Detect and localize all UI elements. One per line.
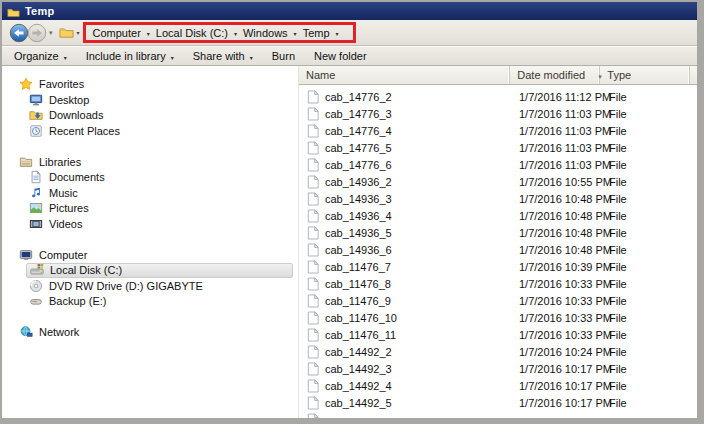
table-row[interactable]: cab_11476_111/7/2016 10:33 PMFile	[299, 326, 697, 343]
breadcrumb-segment[interactable]: Local Disk (C:)	[156, 27, 228, 39]
file-name: cab_14936_2	[325, 176, 392, 188]
file-name-cell: cab_14776_2	[299, 90, 511, 104]
chevron-down-icon[interactable]: ▾	[49, 29, 53, 37]
table-row[interactable]: cab_14492_51/7/2016 10:17 PMFile	[299, 394, 697, 411]
toolbar-button-burn[interactable]: Burn	[272, 50, 295, 62]
sidebar-section-network[interactable]: Network	[2, 324, 298, 340]
file-icon	[307, 328, 319, 342]
file-name: cab_11476_7	[325, 261, 391, 273]
breadcrumb-segment[interactable]: Temp	[303, 27, 330, 39]
breadcrumb-segment[interactable]: Computer	[93, 27, 141, 39]
file-name-cell: cab_14936_6	[299, 243, 511, 257]
forward-button[interactable]	[27, 23, 47, 43]
sidebar-item-documents[interactable]: Documents	[2, 170, 298, 186]
breadcrumb-arrow-icon[interactable]: ▾	[147, 30, 150, 37]
file-name-cell: cab_14492_5	[299, 396, 511, 410]
file-name: cab_14776_4	[325, 125, 392, 137]
file-name-cell: cab_14776_4	[299, 124, 511, 138]
table-row[interactable]: cab_14492_31/7/2016 10:17 PMFile	[299, 360, 697, 377]
sidebar-item-recent-places[interactable]: Recent Places	[2, 123, 298, 139]
toolbar-button-include-in-library[interactable]: Include in library▾	[86, 50, 174, 62]
downloads-icon	[29, 108, 43, 122]
sidebar-item-label: Backup (E:)	[49, 295, 106, 307]
videos-icon	[29, 217, 43, 231]
file-icon	[307, 311, 319, 325]
column-header-date-label: Date modified	[517, 69, 585, 81]
sidebar-item-label: Desktop	[49, 94, 89, 106]
back-button[interactable]	[9, 23, 29, 43]
sidebar-section-favorites[interactable]: Favorites	[2, 76, 298, 92]
date-modified-cell: 1/7/2016 10:48 PM	[511, 210, 601, 222]
date-modified-cell: 1/7/2016 10:33 PM	[511, 329, 601, 341]
table-row[interactable]: cab_14936_21/7/2016 10:55 PMFile	[299, 173, 697, 190]
table-row[interactable]: cab_11476_81/7/2016 10:33 PMFile	[299, 275, 697, 292]
table-row[interactable]: cab_14492_21/7/2016 10:24 PMFile	[299, 343, 697, 360]
table-row[interactable]: cab_11476_91/7/2016 10:33 PMFile	[299, 292, 697, 309]
column-header-name[interactable]: Name	[299, 66, 510, 84]
sidebar-section-libraries[interactable]: Libraries	[2, 154, 298, 170]
table-row[interactable]: cab_14776_61/7/2016 11:03 PMFile	[299, 156, 697, 173]
sidebar-section-label: Network	[39, 326, 79, 338]
file-name-cell: cab_14936_3	[299, 192, 511, 206]
table-row[interactable]: cab_11476_71/7/2016 10:39 PMFile	[299, 258, 697, 275]
sidebar-item-dvd-rw-drive-d-gigabyte[interactable]: DVD RW Drive (D:) GIGABYTE	[2, 278, 298, 294]
table-row-partial[interactable]	[299, 411, 697, 418]
table-row[interactable]: cab_14776_41/7/2016 11:03 PMFile	[299, 122, 697, 139]
sidebar-item-local-disk-c[interactable]: Local Disk (C:)	[26, 263, 293, 279]
file-icon	[307, 379, 319, 393]
type-cell: File	[601, 125, 627, 137]
table-row[interactable]: cab_14492_41/7/2016 10:17 PMFile	[299, 377, 697, 394]
date-modified-cell: 1/7/2016 10:55 PM	[511, 176, 601, 188]
file-icon	[307, 243, 319, 257]
breadcrumb-arrow-icon[interactable]: ▾	[336, 30, 339, 37]
table-row[interactable]: cab_14936_61/7/2016 10:48 PMFile	[299, 241, 697, 258]
network-icon	[19, 325, 33, 339]
navigation-bar: ▾ ▾ Computer▾Local Disk (C:)▾Windows▾Tem…	[2, 20, 697, 46]
sidebar-item-label: Music	[49, 187, 78, 199]
sidebar-item-label: Pictures	[49, 202, 89, 214]
table-row[interactable]: cab_14936_51/7/2016 10:48 PMFile	[299, 224, 697, 241]
file-icon	[307, 345, 319, 359]
table-row[interactable]: cab_14936_41/7/2016 10:48 PMFile	[299, 207, 697, 224]
sidebar-section-computer[interactable]: Computer	[2, 247, 298, 263]
breadcrumb-arrow-icon[interactable]: ▾	[234, 30, 237, 37]
file-name-cell: cab_14936_2	[299, 175, 511, 189]
backup-drive-icon	[29, 294, 43, 308]
type-cell: File	[601, 193, 627, 205]
date-modified-cell: 1/7/2016 10:24 PM	[511, 346, 601, 358]
chevron-down-icon: ▾	[250, 55, 253, 61]
column-header-date-modified[interactable]: Date modified▾	[510, 66, 600, 84]
sidebar-section-label: Libraries	[39, 156, 81, 168]
sidebar-item-pictures[interactable]: Pictures	[2, 201, 298, 217]
table-row[interactable]: cab_11476_101/7/2016 10:33 PMFile	[299, 309, 697, 326]
table-row[interactable]: cab_14936_31/7/2016 10:48 PMFile	[299, 190, 697, 207]
file-name-cell: cab_14492_3	[299, 362, 511, 376]
file-name-cell: cab_14492_2	[299, 345, 511, 359]
toolbar-button-organize[interactable]: Organize▾	[14, 50, 67, 62]
address-folder-icon[interactable]	[59, 25, 74, 40]
sidebar-item-backup-e[interactable]: Backup (E:)	[2, 294, 298, 310]
table-row[interactable]: cab_14776_31/7/2016 11:03 PMFile	[299, 105, 697, 122]
breadcrumb-segment[interactable]: Windows	[243, 27, 288, 39]
column-header-type[interactable]: Type	[600, 66, 690, 84]
sidebar-item-downloads[interactable]: Downloads	[2, 108, 298, 124]
breadcrumb-arrow-icon[interactable]: ▾	[294, 30, 297, 37]
file-name: cab_14776_6	[325, 159, 392, 171]
file-name: cab_14776_3	[325, 108, 392, 120]
file-name-cell: cab_14492_4	[299, 379, 511, 393]
toolbar-button-share-with[interactable]: Share with▾	[193, 50, 253, 62]
toolbar-button-new-folder[interactable]: New folder	[314, 50, 367, 62]
table-row[interactable]: cab_14776_21/7/2016 11:12 PMFile	[299, 88, 697, 105]
sidebar-item-desktop[interactable]: Desktop	[2, 92, 298, 108]
address-dropdown-icon[interactable]: ▾	[77, 29, 80, 36]
sidebar-item-music[interactable]: Music	[2, 185, 298, 201]
sidebar-item-label: DVD RW Drive (D:) GIGABYTE	[49, 280, 203, 292]
file-icon	[307, 90, 319, 104]
sidebar-item-label: Local Disk (C:)	[50, 264, 122, 276]
table-row[interactable]: cab_14776_51/7/2016 11:03 PMFile	[299, 139, 697, 156]
sidebar-item-videos[interactable]: Videos	[2, 216, 298, 232]
command-toolbar: Organize▾Include in library▾Share with▾B…	[2, 46, 697, 66]
date-modified-cell: 1/7/2016 11:12 PM	[511, 91, 601, 103]
computer-icon	[19, 248, 33, 262]
file-icon	[307, 294, 319, 308]
